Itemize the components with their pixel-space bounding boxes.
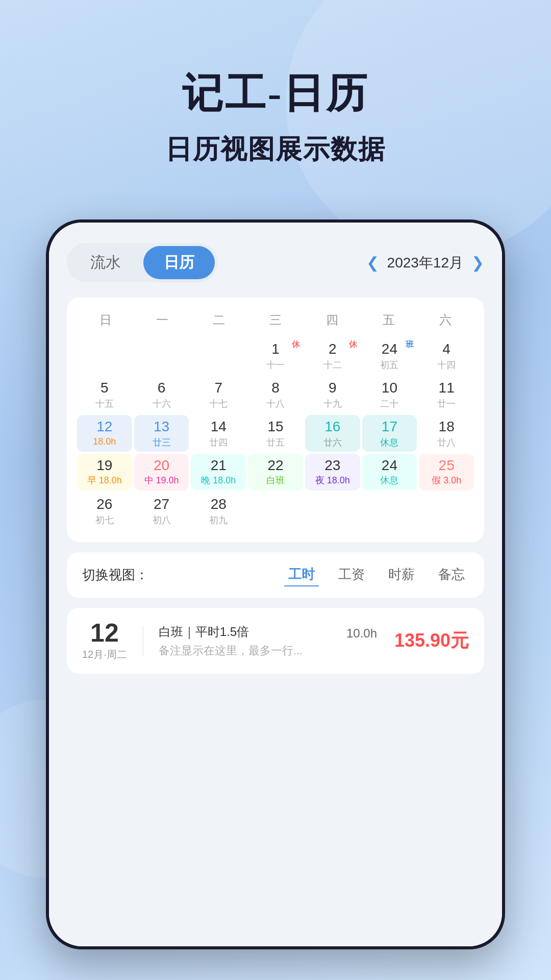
cal-cell-20[interactable]: 20 中 19.0h bbox=[134, 454, 189, 491]
current-month: 2023年12月 bbox=[387, 253, 463, 273]
cal-cell-22[interactable]: 22 白班 bbox=[248, 454, 303, 491]
bottom-record: 12 12月·周二 白班｜平时1.5倍 10.0h 备注显示在这里，最多一行..… bbox=[67, 608, 484, 674]
view-tab-salary[interactable]: 工资 bbox=[334, 564, 369, 586]
month-nav: ❮ 2023年12月 ❯ bbox=[366, 253, 484, 273]
cal-cell[interactable] bbox=[191, 337, 246, 374]
tab-group: 流水 日历 bbox=[67, 243, 218, 282]
cal-cell-10[interactable]: 10 二十 bbox=[362, 376, 417, 413]
record-hours: 10.0h bbox=[346, 626, 377, 641]
cal-cell[interactable] bbox=[305, 493, 360, 529]
week-header-thu: 四 bbox=[304, 308, 361, 332]
week-header-fri: 五 bbox=[361, 308, 417, 332]
cal-cell-2[interactable]: 2 休 十二 bbox=[305, 337, 360, 374]
cal-cell-16[interactable]: 16 廿六 bbox=[305, 415, 360, 452]
cal-cell-13[interactable]: 13 廿三 bbox=[134, 415, 189, 452]
cal-cell-5[interactable]: 5 十五 bbox=[77, 376, 132, 413]
record-middle: 白班｜平时1.5倍 10.0h 备注显示在这里，最多一行... bbox=[159, 624, 377, 658]
tab-liushui[interactable]: 流水 bbox=[70, 246, 141, 279]
view-tab-hourlyrate[interactable]: 时薪 bbox=[384, 564, 419, 586]
record-amount: 135.90元 bbox=[387, 628, 469, 653]
cal-cell-6[interactable]: 6 十六 bbox=[134, 376, 189, 413]
cal-cell-23[interactable]: 23 夜 18.0h bbox=[305, 454, 360, 491]
calendar-container: 日 一 二 三 四 五 六 1 休 十一 bbox=[67, 298, 484, 542]
view-tab-hours[interactable]: 工时 bbox=[284, 564, 319, 586]
cal-cell[interactable] bbox=[134, 337, 189, 374]
cal-cell[interactable] bbox=[419, 493, 474, 529]
cal-cell[interactable] bbox=[77, 337, 132, 374]
week-header-sun: 日 bbox=[77, 308, 134, 332]
cal-cell[interactable] bbox=[362, 493, 417, 529]
week-header-mon: 一 bbox=[134, 308, 190, 332]
cal-cell-26[interactable]: 26 初七 bbox=[77, 493, 132, 529]
view-switcher: 切换视图： 工时 工资 时薪 备忘 bbox=[67, 552, 484, 598]
cal-cell-19[interactable]: 19 早 18.0h bbox=[77, 454, 132, 491]
week-headers: 日 一 二 三 四 五 六 bbox=[77, 308, 474, 332]
cal-cell-24-small[interactable]: 24 班 初五 bbox=[362, 337, 417, 374]
cal-cell-25[interactable]: 25 假 3.0h bbox=[419, 454, 474, 491]
view-switcher-label: 切换视图： bbox=[82, 566, 148, 584]
cal-grid: 1 休 十一 2 休 十二 24 班 初五 4 bbox=[77, 337, 474, 529]
cal-cell-12[interactable]: 12 18.0h bbox=[77, 415, 132, 452]
cal-cell-24[interactable]: 24 休息 bbox=[362, 454, 417, 491]
cal-cell-15[interactable]: 15 廿五 bbox=[248, 415, 303, 452]
sub-title: 日历视图展示数据 bbox=[0, 132, 551, 167]
view-tabs: 工时 工资 时薪 备忘 bbox=[284, 564, 469, 586]
tab-rilv[interactable]: 日历 bbox=[143, 246, 215, 279]
prev-month-button[interactable]: ❮ bbox=[366, 254, 379, 272]
week-header-sat: 六 bbox=[417, 308, 474, 332]
cal-cell-21[interactable]: 21 晚 18.0h bbox=[191, 454, 246, 491]
main-title: 记工-日历 bbox=[0, 66, 551, 121]
cal-cell-7[interactable]: 7 十七 bbox=[191, 376, 246, 413]
record-day-num: 12 bbox=[82, 620, 127, 646]
record-divider bbox=[142, 626, 143, 656]
cal-cell-28[interactable]: 28 初九 bbox=[191, 493, 246, 529]
cal-cell-18[interactable]: 18 廿八 bbox=[419, 415, 474, 452]
cal-cell-27[interactable]: 27 初八 bbox=[134, 493, 189, 529]
record-shift: 白班｜平时1.5倍 bbox=[159, 624, 249, 640]
cal-cell-17[interactable]: 17 休息 bbox=[362, 415, 417, 452]
phone-mockup: 流水 日历 ❮ 2023年12月 ❯ 日 一 二 三 四 五 bbox=[46, 219, 505, 949]
record-note: 备注显示在这里，最多一行... bbox=[159, 643, 377, 658]
week-header-wed: 三 bbox=[247, 308, 304, 332]
cal-cell[interactable] bbox=[248, 493, 303, 529]
cal-cell-8[interactable]: 8 十八 bbox=[248, 376, 303, 413]
next-month-button[interactable]: ❯ bbox=[471, 254, 484, 272]
record-date-block: 12 12月·周二 bbox=[82, 620, 127, 662]
phone-inner: 流水 日历 ❮ 2023年12月 ❯ 日 一 二 三 四 五 bbox=[49, 223, 502, 946]
cal-cell-9[interactable]: 9 十九 bbox=[305, 376, 360, 413]
cal-cell-14[interactable]: 14 廿四 bbox=[191, 415, 246, 452]
app-content: 流水 日历 ❮ 2023年12月 ❯ 日 一 二 三 四 五 bbox=[49, 223, 502, 946]
week-header-tue: 二 bbox=[190, 308, 247, 332]
view-tab-note[interactable]: 备忘 bbox=[434, 564, 469, 586]
header-section: 记工-日历 日历视图展示数据 bbox=[0, 66, 551, 167]
cal-cell-1[interactable]: 1 休 十一 bbox=[248, 337, 303, 374]
cal-cell-4[interactable]: 4 十四 bbox=[419, 337, 474, 374]
top-bar: 流水 日历 ❮ 2023年12月 ❯ bbox=[67, 243, 484, 282]
cal-cell-11[interactable]: 11 廿一 bbox=[419, 376, 474, 413]
record-month-week: 12月·周二 bbox=[82, 648, 127, 662]
